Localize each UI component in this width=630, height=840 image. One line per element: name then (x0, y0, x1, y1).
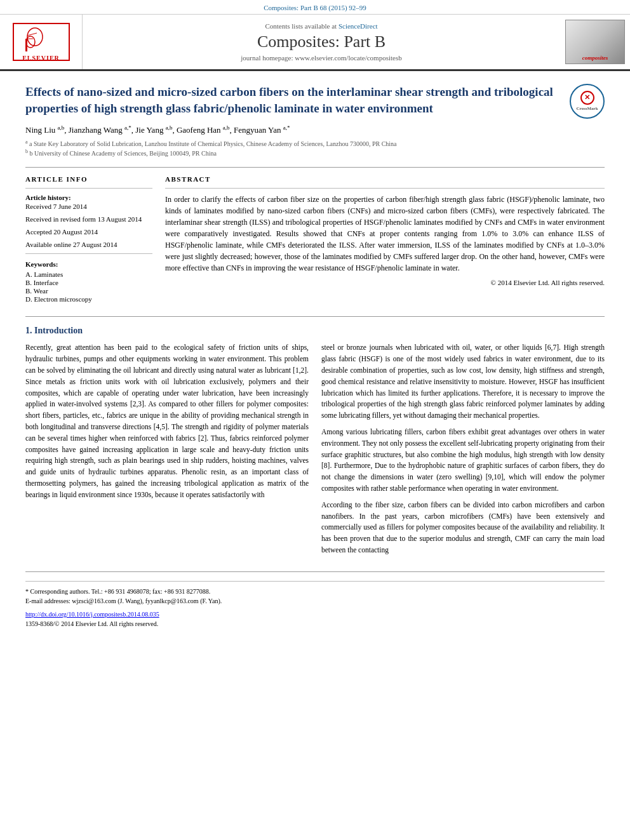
sciencedirect-anchor[interactable]: ScienceDirect (338, 22, 378, 30)
crossmark-badge: ✕ CrossMark (570, 84, 605, 119)
copyright-line: © 2014 Elsevier Ltd. All rights reserved… (165, 279, 605, 286)
doi-link[interactable]: http://dx.doi.org/10.1016/j.compositesb.… (25, 611, 159, 618)
intro-number: 1. (25, 326, 32, 335)
intro-right-para-1: steel or bronze journals when lubricated… (321, 342, 605, 422)
intro-section-title: Introduction (34, 326, 83, 335)
history-label: Article history: (25, 194, 152, 201)
intro-right-para-2: Among various lubricating fillers, carbo… (321, 427, 605, 495)
abstract-text: In order to clarify the effects of carbo… (165, 194, 605, 274)
elsevier-tree-icon (19, 23, 64, 55)
footnote-rule (25, 581, 605, 582)
top-citation-bar: Composites: Part B 68 (2015) 92–99 (0, 0, 630, 15)
journal-title-area: Contents lists available at ScienceDirec… (83, 15, 560, 69)
issn-line: 1359-8368/© 2014 Elsevier Ltd. All right… (25, 619, 605, 629)
divider-2 (25, 253, 152, 254)
keywords-label: Keywords: (25, 260, 152, 268)
composites-logo-area: composites (560, 15, 630, 69)
affiliation-a-text: a a State Key Laboratory of Solid Lubric… (25, 140, 397, 147)
intro-right-col: steel or bronze journals when lubricated… (321, 342, 605, 561)
elsevier-logo-area: ELSEVIER (0, 15, 83, 69)
authors-line: Ning Liu a,b, Jianzhang Wang a,*, Jie Ya… (25, 124, 605, 135)
svg-point-2 (26, 36, 35, 48)
bottom-links[interactable]: http://dx.doi.org/10.1016/j.compositesb.… (25, 610, 605, 619)
intro-left-para-1: Recently, great attention has been paid … (25, 342, 309, 500)
journal-header: ELSEVIER Contents lists available at Sci… (0, 15, 630, 71)
affiliation-b: b b University of Chinese Academy of Sci… (25, 149, 605, 157)
sciencedirect-link[interactable]: Contents lists available at ScienceDirec… (265, 22, 377, 30)
sciencedirect-name: ScienceDirect (338, 22, 378, 30)
crossmark-icon: ✕ (580, 91, 594, 105)
svg-line-4 (27, 33, 37, 36)
intro-two-col: Recently, great attention has been paid … (25, 342, 605, 561)
composites-logo-text: composites (582, 55, 608, 61)
article-info-header: ARTICLE INFO (25, 175, 152, 183)
keyword-1: A. Laminates (25, 270, 152, 278)
intro-title: 1. Introduction (25, 326, 605, 336)
article-title-area: Effects of nano-sized and micro-sized ca… (25, 84, 605, 116)
affiliation-b-text: b b University of Chinese Academy of Sci… (25, 150, 217, 157)
received-revised-date: Received in revised form 13 August 2014 (25, 215, 152, 223)
abstract-col: ABSTRACT In order to clarify the effects… (165, 175, 605, 303)
crossmark-label: CrossMark (576, 106, 598, 112)
available-online-date: Available online 27 August 2014 (25, 241, 152, 248)
article-title-text: Effects of nano-sized and micro-sized ca… (25, 85, 553, 115)
abstract-header: ABSTRACT (165, 175, 605, 183)
keyword-2: B. Interface (25, 279, 152, 286)
divider-1 (25, 188, 152, 189)
intro-section: 1. Introduction Recently, great attentio… (25, 316, 605, 561)
intro-right-para-3: According to the fiber size, carbon fibe… (321, 500, 605, 556)
homepage-text: journal homepage: www.elsevier.com/locat… (241, 54, 401, 62)
footnote-area: * Corresponding authors. Tel.: +86 931 4… (25, 571, 605, 629)
keyword-4: D. Electron microscopy (25, 295, 152, 303)
contents-available-text: Contents lists available at (265, 22, 337, 30)
journal-citation: Composites: Part B 68 (2015) 92–99 (264, 4, 366, 11)
affiliation-a: a a State Key Laboratory of Solid Lubric… (25, 139, 605, 147)
accepted-date: Accepted 20 August 2014 (25, 228, 152, 236)
corresponding-note: * Corresponding authors. Tel.: +86 931 4… (25, 587, 605, 596)
journal-name: Composites: Part B (257, 32, 385, 51)
elsevier-logo: ELSEVIER (13, 23, 70, 61)
intro-left-col: Recently, great attention has been paid … (25, 342, 309, 561)
doi-text: http://dx.doi.org/10.1016/j.compositesb.… (25, 611, 159, 618)
divider-3 (165, 188, 605, 189)
main-content: Effects of nano-sized and micro-sized ca… (0, 71, 630, 641)
email-note: E-mail addresses: wjzsci@163.com (J. Wan… (25, 596, 605, 606)
authors-text: Ning Liu a,b, Jianzhang Wang a,*, Jie Ya… (25, 125, 290, 135)
received-date: Received 7 June 2014 (25, 203, 152, 210)
composites-logo: composites (565, 20, 625, 64)
article-body: ARTICLE INFO Article history: Received 7… (25, 167, 605, 303)
journal-homepage[interactable]: journal homepage: www.elsevier.com/locat… (241, 54, 401, 62)
elsevier-text: ELSEVIER (22, 55, 60, 62)
keyword-3: B. Wear (25, 287, 152, 295)
article-info-col: ARTICLE INFO Article history: Received 7… (25, 175, 152, 303)
